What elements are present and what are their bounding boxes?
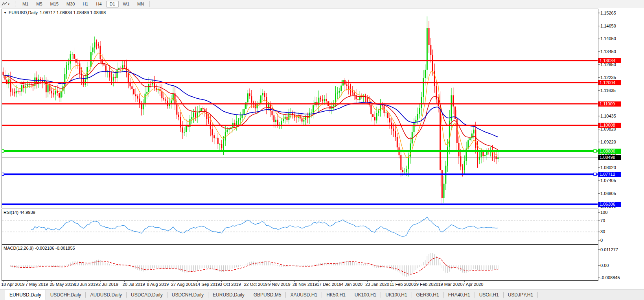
tab-separator (537, 292, 538, 298)
chart-tab-uk100-h1[interactable]: UK100,H1 (381, 289, 411, 300)
chart-title: ▼ EURUSD,Daily 1.08717 1.08834 1.08489 1… (4, 10, 106, 15)
date-tick-13-Jun-2019: 13 Jun 2019 (74, 282, 98, 287)
timeframe-button-m5[interactable]: M5 (33, 1, 46, 7)
date-tick-11-Feb-2020: 11 Feb 2020 (390, 282, 414, 287)
chart-tabs-bar: EURUSD,DailyUSDCHF,DailyAUDUSD,DailyUSDC… (0, 289, 644, 300)
chart-tab-fra40-h1[interactable]: FRA40,H1 (444, 289, 475, 300)
chart-tab-hk50-h1[interactable]: HK50,H1 (322, 289, 350, 300)
date-tick-17-Dec-2019: 17 Dec 2019 (317, 282, 341, 287)
current-price-label: 1.08498 (598, 155, 621, 160)
toolbar-separator (149, 1, 150, 7)
price-tick-1.15265: 1.15265 (600, 11, 616, 16)
chart-tab-eurusd-daily[interactable]: EURUSD,Daily (208, 289, 249, 300)
rsi-tick-30: 30 (600, 229, 605, 234)
date-axis: 18 Apr 20197 May 201925 May 201913 Jun 2… (0, 280, 598, 289)
macd-tick--0.008845: -0.008845 (600, 275, 620, 280)
macd-tick-0.011277: 0.011277 (600, 247, 618, 252)
date-tick-7-May-2019: 7 May 2019 (26, 282, 48, 287)
date-tick-22-Oct-2019: 22 Oct 2019 (244, 282, 268, 287)
chart-tab-usdchf-daily[interactable]: USDCHF,Daily (46, 289, 86, 300)
chart-tab-uk100-h1[interactable]: UK100,H1 (350, 289, 381, 300)
macd-tick-0.00: 0.00 (600, 263, 609, 268)
rsi-tick-70: 70 (600, 218, 605, 223)
date-tick-4-Jan-2020: 4 Jan 2020 (341, 282, 362, 287)
timeframe-button-m15[interactable]: M15 (47, 1, 62, 7)
date-tick-25-May-2019: 25 May 2019 (50, 282, 75, 287)
chart-tab-usdcnh-daily[interactable]: USDCNH,Daily (167, 289, 208, 300)
toolbar-separator (12, 1, 12, 7)
timeframe-button-mn[interactable]: MN (134, 1, 147, 7)
chart-type-glyph (2, 2, 7, 6)
chart-type-icon[interactable]: ▾ (1, 2, 10, 6)
price-tick-1.10435: 1.10435 (600, 114, 616, 119)
macd-panel[interactable]: MACD(12,26,9) -0.002186 -0.001855 (2, 245, 598, 281)
price-tick-1.12235: 1.12235 (600, 75, 616, 80)
chart-tab-ger30-h1[interactable]: GER30,H1 (412, 289, 443, 300)
level-price-label-1.06306: 1.06306 (598, 202, 621, 207)
date-tick-28-Nov-2019: 28 Nov 2019 (293, 282, 317, 287)
date-tick-18-Apr-2019: 18 Apr 2019 (1, 282, 24, 287)
rsi-label: RSI(14) 44.9939 (4, 210, 35, 215)
price-axis: 1.152651.146501.140501.134501.128501.122… (598, 0, 644, 289)
rsi-tick-100: 100 (600, 210, 607, 215)
rsi-tick-0: 0 (600, 238, 603, 243)
level-price-label-1.10008: 1.10008 (598, 123, 621, 128)
timeframe-button-m30[interactable]: M30 (63, 1, 78, 7)
date-tick-27-Aug-2019: 27 Aug 2019 (171, 282, 195, 287)
timeframe-button-h4[interactable]: H4 (92, 1, 105, 7)
timeframe-buttons: M1M5M15M30H1H4D1W1MN (18, 1, 148, 7)
price-tick-1.07405: 1.07405 (600, 178, 616, 183)
date-tick-2-Jul-2019: 2 Jul 2019 (98, 282, 118, 287)
symbol-dropdown-icon[interactable]: ▼ (4, 11, 7, 15)
price-tick-1.11635: 1.11635 (600, 88, 616, 93)
level-price-label-1.13034: 1.13034 (598, 58, 621, 63)
timeframe-button-h1[interactable]: H1 (79, 1, 92, 7)
level-price-label-1.11009: 1.11009 (598, 101, 621, 107)
date-tick-3-Oct-2019: 3 Oct 2019 (220, 282, 241, 287)
date-tick-19-Mar-2020: 19 Mar 2020 (438, 282, 463, 287)
chart-tab-usoil-h1[interactable]: USOil,H1 (475, 289, 503, 300)
price-tick-1.08020: 1.08020 (600, 165, 616, 170)
chart-tab-usdjpy-h1[interactable]: USDJPY,H1 (504, 289, 537, 300)
price-chart-panel[interactable]: ▼ EURUSD,Daily 1.08717 1.08834 1.08489 1… (2, 9, 598, 208)
date-tick-9-Nov-2019: 9 Nov 2019 (268, 282, 290, 287)
macd-label: MACD(12,26,9) -0.002186 -0.001855 (4, 246, 75, 250)
price-tick-1.14650: 1.14650 (600, 24, 616, 29)
terminal-window: ▾ M1M5M15M30H1H4D1W1MN ▼ EURUSD,Daily 1.… (0, 0, 644, 300)
level-price-label-1.12004: 1.12004 (598, 80, 621, 85)
date-tick-29-Feb-2020: 29 Feb 2020 (414, 282, 438, 287)
chart-tab-audusd-daily[interactable]: AUDUSD,Daily (86, 289, 126, 300)
chart-symbol-label: EURUSD,Daily (9, 10, 38, 15)
price-tick-1.14050: 1.14050 (600, 36, 616, 41)
date-tick-14-Sep-2019: 14 Sep 2019 (195, 282, 220, 287)
date-tick-8-Aug-2019: 8 Aug 2019 (147, 282, 169, 287)
rsi-panel[interactable]: RSI(14) 44.9939 (2, 209, 598, 245)
price-tick-1.06805: 1.06805 (600, 191, 616, 196)
chevron-down-icon: ▾ (8, 2, 9, 6)
chart-tab-xauusd-h1[interactable]: XAUUSD,H1 (286, 289, 322, 300)
timeframe-toolbar: ▾ M1M5M15M30H1H4D1W1MN (0, 0, 644, 8)
chart-ohlc-values: 1.08717 1.08834 1.08489 1.08498 (40, 10, 106, 15)
price-tick-1.09220: 1.09220 (600, 140, 616, 145)
chart-tab-usdcad-daily[interactable]: USDCAD,Daily (127, 289, 167, 300)
level-price-label-1.08800: 1.08800 (598, 149, 621, 154)
timeframe-button-d1[interactable]: D1 (106, 1, 119, 7)
date-tick-7-Apr-2020: 7 Apr 2020 (462, 282, 483, 287)
date-tick-23-Jan-2020: 23 Jan 2020 (365, 282, 389, 287)
chart-tab-eurusd-daily[interactable]: EURUSD,Daily (5, 290, 46, 300)
date-tick-20-Jul-2019: 20 Jul 2019 (123, 282, 145, 287)
chart-tab-gbpusd-m5[interactable]: GBPUSD,M5 (249, 289, 286, 300)
timeframe-button-m1[interactable]: M1 (19, 1, 32, 7)
timeframe-button-w1[interactable]: W1 (120, 1, 133, 7)
level-price-label-1.07712: 1.07712 (598, 172, 621, 177)
price-tick-1.13450: 1.13450 (600, 49, 616, 54)
toolbar-grip-handle[interactable] (15, 1, 17, 7)
